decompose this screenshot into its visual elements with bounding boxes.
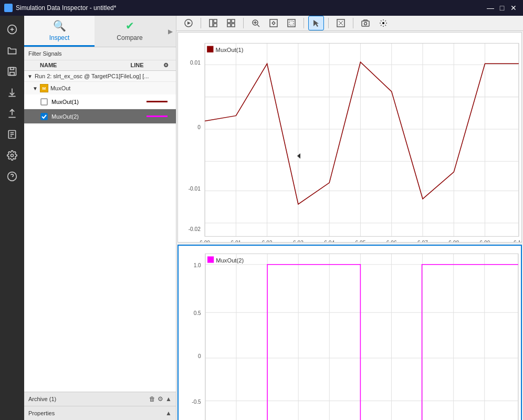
archive-delete-button[interactable]: 🗑 bbox=[149, 395, 155, 403]
close-button[interactable]: ✕ bbox=[508, 3, 519, 13]
svg-rect-23 bbox=[232, 19, 235, 23]
svg-rect-78 bbox=[179, 246, 521, 420]
import-button[interactable] bbox=[3, 83, 22, 102]
snapshot-button[interactable] bbox=[358, 16, 373, 30]
svg-rect-40 bbox=[178, 33, 521, 242]
new-button[interactable] bbox=[3, 20, 22, 39]
run-header[interactable]: ▼ Run 2: slrt_ex_osc @ TargetPC1[FileLog… bbox=[24, 71, 176, 82]
settings-button[interactable] bbox=[3, 146, 22, 165]
col-name-header: NAME bbox=[24, 62, 121, 69]
svg-text:6.06: 6.06 bbox=[386, 240, 397, 242]
chart-panel-1: 0.01 0 -0.01 -0.02 bbox=[177, 32, 522, 243]
svg-rect-25 bbox=[232, 24, 235, 27]
svg-text:-0.01: -0.01 bbox=[189, 186, 201, 192]
svg-point-39 bbox=[382, 22, 384, 24]
app-icon bbox=[4, 4, 13, 12]
chart-svg-1: 0.01 0 -0.01 -0.02 bbox=[178, 33, 521, 242]
archive-collapse-button[interactable]: ▲ bbox=[165, 395, 172, 403]
svg-text:6.05: 6.05 bbox=[355, 240, 366, 242]
export-button[interactable] bbox=[3, 104, 22, 123]
archive-label: Archive (1) bbox=[28, 396, 56, 402]
fit-all-button[interactable] bbox=[333, 16, 349, 30]
svg-text:0.01: 0.01 bbox=[190, 60, 201, 66]
archive-settings-button[interactable]: ⚙ bbox=[158, 395, 163, 403]
inspect-icon: 🔍 bbox=[53, 19, 66, 32]
svg-rect-3 bbox=[8, 68, 16, 76]
zoom-window-button[interactable] bbox=[284, 16, 299, 30]
svg-rect-22 bbox=[227, 19, 231, 23]
signal-row-muxout1[interactable]: MuxOut(1) bbox=[24, 94, 176, 109]
svg-text:MuxOut(2): MuxOut(2) bbox=[216, 257, 244, 263]
zoom-in-button[interactable] bbox=[248, 16, 264, 30]
svg-rect-21 bbox=[214, 24, 217, 27]
muxout2-name: MuxOut(2) bbox=[51, 113, 141, 120]
collapse-sidebar-button[interactable]: ▶ bbox=[165, 16, 176, 47]
col-settings-header: ⚙ bbox=[163, 62, 176, 69]
group-name: MuxOut bbox=[50, 85, 71, 91]
svg-text:MuxOut(1): MuxOut(1) bbox=[216, 47, 244, 53]
layout2-button[interactable] bbox=[223, 16, 239, 30]
chart-svg-2: 1.0 0.5 0 -0.5 -1.0 bbox=[179, 246, 521, 420]
svg-marker-33 bbox=[313, 20, 319, 27]
group-header[interactable]: ▼ M MuxOut bbox=[24, 82, 176, 94]
svg-rect-112 bbox=[207, 256, 214, 262]
svg-text:-0.5: -0.5 bbox=[192, 398, 201, 404]
properties-expand-button[interactable]: ▲ bbox=[165, 410, 172, 417]
separator-5 bbox=[353, 18, 353, 28]
select-button[interactable] bbox=[308, 16, 324, 30]
maximize-button[interactable]: □ bbox=[497, 3, 507, 13]
main-layout: 🔍 Inspect ✔ Compare ▶ Filter Signals NAM… bbox=[0, 16, 523, 420]
archive-controls: 🗑 ⚙ ▲ bbox=[149, 395, 172, 403]
separator-1 bbox=[201, 18, 201, 28]
muxout2-checkbox[interactable] bbox=[40, 112, 48, 121]
layout1-button[interactable] bbox=[205, 16, 221, 30]
play-button[interactable] bbox=[181, 16, 196, 30]
svg-text:6.00: 6.00 bbox=[200, 240, 210, 242]
run-chevron-icon: ▼ bbox=[27, 74, 33, 79]
muxout1-checkbox[interactable] bbox=[40, 98, 48, 106]
svg-line-27 bbox=[257, 25, 259, 27]
svg-text:0: 0 bbox=[197, 124, 201, 130]
svg-text:6.01: 6.01 bbox=[231, 240, 241, 242]
svg-text:0: 0 bbox=[198, 353, 201, 359]
left-toolbar bbox=[0, 16, 24, 420]
window-title: Simulation Data Inspector - untitled* bbox=[16, 4, 116, 12]
inspect-tab-label: Inspect bbox=[49, 34, 70, 41]
signal-row-muxout2[interactable]: MuxOut(2) bbox=[24, 109, 176, 124]
note-button[interactable] bbox=[3, 125, 22, 144]
open-button[interactable] bbox=[3, 41, 22, 60]
tab-bar: 🔍 Inspect ✔ Compare ▶ bbox=[24, 16, 176, 47]
svg-text:0.5: 0.5 bbox=[194, 310, 201, 316]
minimize-button[interactable]: — bbox=[485, 3, 496, 13]
save-button[interactable] bbox=[3, 62, 22, 81]
run-label: Run 2: slrt_ex_osc @ TargetPC1[FileLog] … bbox=[35, 73, 149, 79]
help-button[interactable] bbox=[3, 167, 22, 186]
svg-point-38 bbox=[364, 23, 367, 25]
svg-rect-4 bbox=[11, 68, 14, 70]
archive-bar: Archive (1) 🗑 ⚙ ▲ bbox=[24, 392, 176, 406]
svg-point-12 bbox=[11, 154, 14, 157]
muxout1-name: MuxOut(1) bbox=[51, 99, 141, 105]
svg-marker-18 bbox=[187, 22, 191, 25]
svg-rect-32 bbox=[289, 21, 294, 25]
chart-area: 0.01 0 -0.01 -0.02 bbox=[176, 16, 523, 420]
svg-text:6.09: 6.09 bbox=[480, 240, 490, 242]
zoom-fit-button[interactable] bbox=[266, 16, 281, 30]
title-bar: Simulation Data Inspector - untitled* — … bbox=[0, 0, 523, 16]
charts-container: 0.01 0 -0.01 -0.02 bbox=[176, 31, 523, 420]
chart-options-button[interactable] bbox=[375, 16, 391, 30]
properties-label: Properties bbox=[28, 410, 55, 416]
svg-text:6.10: 6.10 bbox=[514, 240, 521, 242]
svg-rect-37 bbox=[362, 21, 369, 26]
filter-bar: Filter Signals bbox=[24, 47, 176, 60]
filter-label: Filter Signals bbox=[28, 50, 62, 57]
chart-panel-2: 1.0 0.5 0 -0.5 -1.0 bbox=[177, 245, 522, 420]
svg-text:-0.02: -0.02 bbox=[189, 226, 201, 232]
svg-rect-16 bbox=[41, 113, 47, 120]
svg-text:6.08: 6.08 bbox=[448, 240, 459, 242]
title-bar-left: Simulation Data Inspector - untitled* bbox=[4, 4, 116, 12]
tab-inspect[interactable]: 🔍 Inspect bbox=[24, 16, 95, 47]
column-headers: NAME LINE ⚙ bbox=[24, 60, 176, 71]
tab-compare[interactable]: ✔ Compare bbox=[95, 16, 165, 47]
signal-list: NAME LINE ⚙ ▼ Run 2: slrt_ex_osc @ Targe… bbox=[24, 60, 176, 392]
